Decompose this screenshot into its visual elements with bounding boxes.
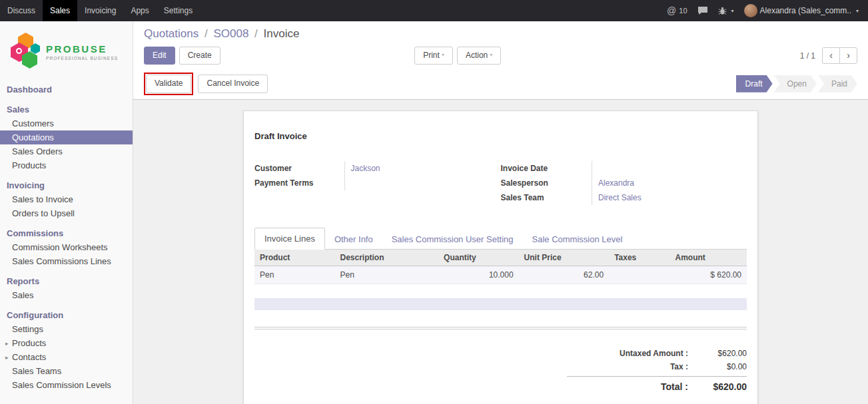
caret-down-icon: ▾ [856,8,859,14]
menu-sales[interactable]: Sales [43,0,77,21]
cell-unit-price: 62.00 [519,266,610,284]
breadcrumb-quotations[interactable]: Quotations [144,27,199,40]
sidebar-item-sales-commissions-lines[interactable]: Sales Commissions Lines [0,254,133,268]
column-description[interactable]: Description [334,250,438,266]
sidebar-item-label: Sales Commissions Lines [12,256,111,266]
sidebar-section-commissions: Commissions Commission Worksheets Sales … [0,226,133,268]
avatar [744,4,757,17]
chevron-right-icon: ▸ [5,340,12,347]
breadcrumb-separator: / [202,27,211,40]
sidebar-section-configuration: Configuration Settings ▸Products ▸Contac… [0,308,133,392]
column-amount[interactable]: Amount [670,250,747,266]
sidebar-item-orders-to-upsell[interactable]: Orders to Upsell [0,206,133,220]
sidebar-item-config-contacts[interactable]: ▸Contacts [0,350,133,364]
sidebar-item-dashboard[interactable]: Dashboard [0,83,133,97]
sales-team-label: Sales Team [501,190,592,205]
sidebar-item-label: Commission Worksheets [12,242,108,252]
sidebar-item-commission-worksheets[interactable]: Commission Worksheets [0,240,133,254]
status-draft[interactable]: Draft [736,75,773,93]
edit-button[interactable]: Edit [144,47,175,65]
control-panel: Quotations / SO008 / Invoice Edit Create… [133,21,868,70]
breadcrumb-so008[interactable]: SO008 [213,27,248,40]
sales-team-value[interactable]: Direct Sales [592,190,741,205]
systray: @ 10 ▾ Alexandra (Sales_comm.. ▾ [667,0,868,21]
sidebar-item-label: Sales Teams [12,366,61,376]
sidebar-heading-commissions[interactable]: Commissions [0,226,133,240]
document-title: Draft Invoice [254,131,747,141]
invoice-date-value[interactable] [592,161,741,176]
total-value: $620.00 [688,381,747,392]
column-taxes[interactable]: Taxes [609,250,669,266]
cancel-invoice-button[interactable]: Cancel Invoice [198,75,268,93]
status-paid[interactable]: Paid [818,75,857,93]
sidebar-item-sales-report[interactable]: Sales [0,288,133,302]
bug-icon [718,7,727,15]
menu-settings[interactable]: Settings [157,0,200,21]
sidebar-section-dashboard: Dashboard [0,83,133,97]
salesperson-value[interactable]: Alexandra [592,176,741,190]
application-window: Discuss Sales Invoicing Apps Settings @ … [0,0,868,404]
app-menu: Discuss Sales Invoicing Apps Settings [0,0,200,21]
messages-button[interactable] [697,6,708,15]
breadcrumb-current: Invoice [264,27,300,40]
sidebar-item-sales-orders[interactable]: Sales Orders [0,144,133,158]
sidebar-item-label: Quotations [12,132,54,142]
action-menu-button[interactable]: Action▾ [457,47,501,65]
sidebar-item-sales-commission-levels[interactable]: Sales Commission Levels [0,378,133,392]
sidebar-item-sales-teams[interactable]: Sales Teams [0,364,133,378]
cell-taxes [609,266,669,284]
salesperson-label: Salesperson [501,176,592,190]
column-product[interactable]: Product [254,250,334,266]
sidebar-item-quotations[interactable]: Quotations [0,130,133,144]
caret-down-icon: ▾ [731,8,734,14]
invoice-sheet: Draft Invoice Customer Jackson Payment T… [243,110,758,404]
sidebar-heading-reports[interactable]: Reports [0,274,133,288]
sidebar-heading-configuration[interactable]: Configuration [0,308,133,322]
brand-tagline: PROFESSIONAL BUSINESS [46,56,118,61]
sidebar-item-label: Contacts [12,352,46,362]
create-button[interactable]: Create [179,47,220,65]
tab-invoice-lines[interactable]: Invoice Lines [254,228,325,250]
form-view: Draft Invoice Customer Jackson Payment T… [133,100,868,404]
chevron-right-icon: ▸ [5,354,12,361]
status-open[interactable]: Open [774,75,817,93]
tab-sale-commission-level[interactable]: Sale Commission Level [523,229,632,250]
pager: ‹ › [822,47,857,64]
tab-sales-commission-user-setting[interactable]: Sales Commission User Setting [382,229,523,250]
caret-down-icon: ▾ [442,52,444,59]
user-menu[interactable]: Alexandra (Sales_comm.. ▾ [744,4,859,17]
pager-counter: 1 / 1 [800,51,815,61]
pager-next-button[interactable]: › [839,47,857,64]
field-groups: Customer Jackson Payment Terms [254,161,747,205]
column-unit-price[interactable]: Unit Price [519,250,610,266]
column-quantity[interactable]: Quantity [438,250,518,266]
sidebar-item-label: Products [12,338,46,348]
sidebar-item-config-products[interactable]: ▸Products [0,336,133,350]
sidebar-heading-sales[interactable]: Sales [0,102,133,116]
sidebar-section-invoicing: Invoicing Sales to Invoice Orders to Ups… [0,178,133,220]
customer-label: Customer [254,161,344,176]
customer-value[interactable]: Jackson [344,161,474,176]
menu-invoicing[interactable]: Invoicing [77,0,123,21]
print-menu-button[interactable]: Print▾ [414,47,453,65]
sidebar-heading-invoicing[interactable]: Invoicing [0,178,133,192]
payment-terms-value[interactable] [344,176,474,190]
menu-discuss[interactable]: Discuss [0,0,43,21]
sidebar-item-products[interactable]: Products [0,158,133,172]
mentions-counter[interactable]: @ 10 [667,5,687,16]
chat-bubble-icon [697,6,708,15]
debug-menu-button[interactable]: ▾ [718,7,734,15]
sidebar-item-sales-to-invoice[interactable]: Sales to Invoice [0,192,133,206]
validate-button[interactable]: Validate [146,75,191,93]
sidebar-item-label: Sales to Invoice [12,194,73,204]
tab-other-info[interactable]: Other Info [325,229,382,250]
menu-apps[interactable]: Apps [123,0,156,21]
invoice-line-row[interactable]: Pen Pen 10.000 62.00 $ 620.00 [254,266,747,284]
pager-previous-button[interactable]: ‹ [822,47,840,64]
cell-amount: $ 620.00 [670,266,747,284]
sidebar-item-customers[interactable]: Customers [0,116,133,130]
sidebar: PROBUSE PROFESSIONAL BUSINESS Dashboard … [0,21,133,404]
cell-description: Pen [334,266,438,284]
sidebar-item-settings[interactable]: Settings [0,322,133,336]
sidebar-section-sales: Sales Customers Quotations Sales Orders … [0,102,133,172]
